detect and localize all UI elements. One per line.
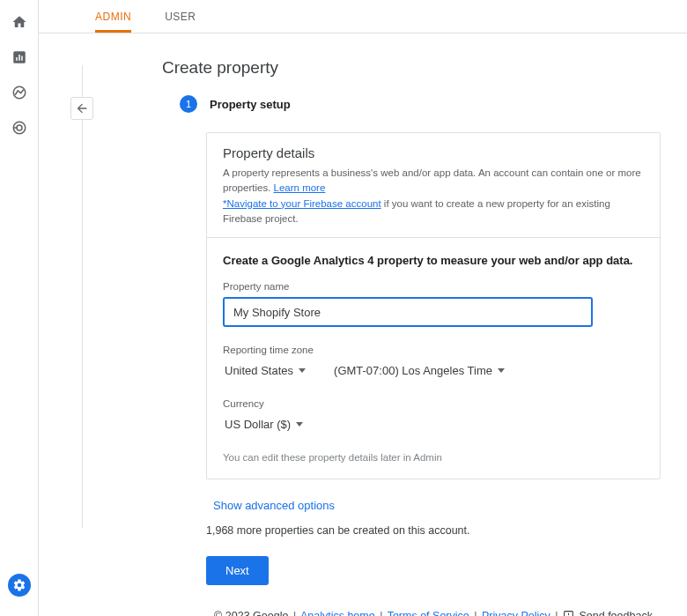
- separator: |: [293, 610, 296, 616]
- card-title: Property details: [223, 145, 644, 160]
- step-number: 1: [180, 95, 197, 113]
- form-heading: Create a Google Analytics 4 property to …: [223, 254, 644, 267]
- timezone-select[interactable]: (GMT-07:00) Los Angeles Time: [332, 360, 506, 381]
- svg-rect-1: [16, 57, 18, 61]
- edit-later-note: You can edit these property details late…: [223, 452, 644, 463]
- content: Create property 1 Property setup Propert…: [39, 33, 687, 616]
- reports-icon[interactable]: [10, 48, 29, 67]
- send-feedback-link[interactable]: Send feedback: [563, 610, 653, 616]
- chevron-down-icon: [299, 368, 306, 373]
- country-select[interactable]: United States: [223, 360, 307, 381]
- separator: |: [555, 610, 558, 616]
- currency-label: Currency: [223, 398, 644, 409]
- chevron-down-icon: [498, 368, 505, 373]
- main-area: ADMIN USER Create property 1 Property se…: [39, 0, 687, 616]
- analytics-home-link[interactable]: Analytics home: [300, 610, 375, 616]
- tos-link[interactable]: Terms of Service: [388, 610, 469, 616]
- send-feedback-label: Send feedback: [579, 610, 652, 616]
- explore-icon[interactable]: [10, 83, 29, 102]
- separator: |: [380, 610, 382, 616]
- gear-icon[interactable]: [8, 574, 31, 597]
- svg-rect-3: [21, 56, 23, 61]
- svg-point-6: [17, 125, 22, 130]
- property-name-input[interactable]: [223, 297, 593, 327]
- copyright: © 2023 Google: [214, 610, 288, 616]
- tab-admin[interactable]: ADMIN: [95, 11, 131, 33]
- next-button[interactable]: Next: [206, 556, 269, 585]
- stepper: 1 Property setup: [180, 95, 669, 113]
- timezone-value: (GMT-07:00) Los Angeles Time: [334, 364, 492, 377]
- left-nav-rail: [0, 0, 39, 616]
- chevron-down-icon: [296, 422, 303, 427]
- quota-text: 1,968 more properties can be created on …: [206, 524, 661, 537]
- step-body: Property details A property represents a…: [206, 132, 661, 616]
- divider: [82, 65, 83, 528]
- card-description: A property represents a business's web a…: [223, 166, 644, 226]
- property-name-field: Property name: [223, 281, 644, 327]
- card-content: Create a Google Analytics 4 property to …: [207, 238, 660, 479]
- step-label: Property setup: [210, 98, 291, 111]
- timezone-field: Reporting time zone United States (GMT-0…: [223, 345, 644, 381]
- card-header: Property details A property represents a…: [207, 133, 660, 238]
- separator: |: [474, 610, 476, 616]
- back-button[interactable]: [70, 97, 93, 120]
- show-advanced-link[interactable]: Show advanced options: [213, 499, 661, 512]
- timezone-label: Reporting time zone: [223, 345, 644, 355]
- firebase-link[interactable]: *Navigate to your Firebase account: [223, 198, 381, 209]
- tab-user[interactable]: USER: [165, 11, 196, 33]
- property-name-label: Property name: [223, 281, 644, 292]
- tab-bar: ADMIN USER: [39, 0, 687, 33]
- country-value: United States: [225, 364, 293, 377]
- page-title: Create property: [162, 58, 669, 78]
- learn-more-link[interactable]: Learn more: [274, 182, 326, 193]
- svg-rect-2: [18, 55, 20, 61]
- currency-field: Currency US Dollar ($): [223, 398, 644, 434]
- advertising-icon[interactable]: [10, 118, 29, 137]
- privacy-link[interactable]: Privacy Policy: [482, 610, 550, 616]
- currency-value: US Dollar ($): [225, 418, 291, 431]
- home-icon[interactable]: [10, 12, 29, 32]
- currency-select[interactable]: US Dollar ($): [223, 414, 644, 434]
- property-card: Property details A property represents a…: [206, 132, 661, 479]
- footer: © 2023 Google | Analytics home | Terms o…: [206, 606, 661, 616]
